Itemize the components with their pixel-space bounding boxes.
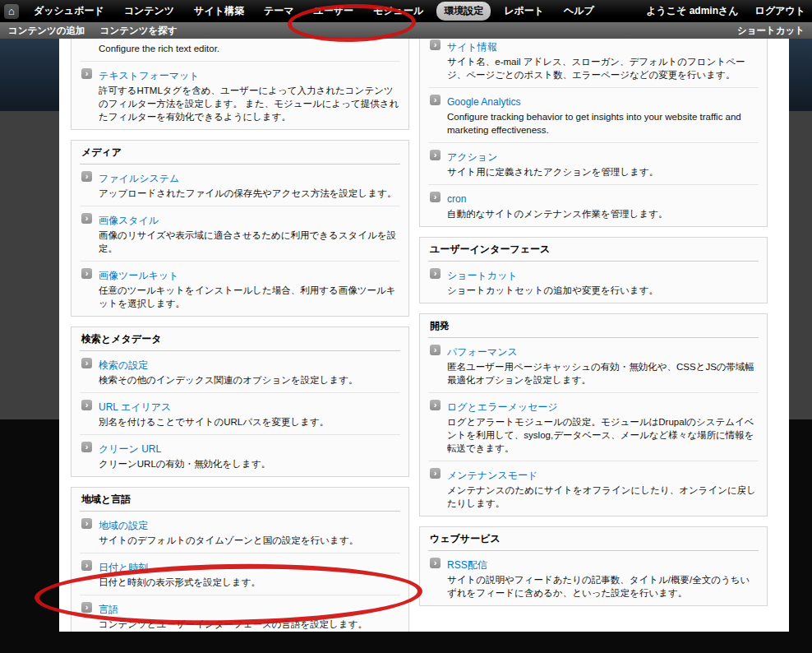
category-title: 地域と言語	[80, 488, 400, 512]
config-item: ›cron自動的なサイトのメンテナンス作業を管理します。	[428, 184, 759, 226]
config-item-description: 検索その他のインデックス関連のオプションを設定します。	[99, 373, 400, 387]
config-item: ›CKEditorConfigure the rich text editor.	[80, 39, 400, 61]
chevron-right-icon: ›	[430, 150, 441, 160]
config-item: ›ショートカットショートカットセットの追加や変更を行います。	[428, 262, 759, 303]
chevron-right-icon: ›	[81, 268, 92, 279]
config-item: ›画像スタイル画像のリサイズや表示域に適合させるために利用できるスタイルを設定。	[80, 206, 400, 261]
category-title: メディア	[80, 141, 400, 164]
config-item: ›パフォーマンス匿名ユーザー用ページキャッシュの有効・無効化や、CSSとJSの帯…	[428, 338, 759, 392]
chevron-right-icon: ›	[430, 95, 441, 105]
config-link-CKEditor[interactable]: CKEditor	[99, 39, 138, 39]
shortcut-edit-link[interactable]: ショートカット	[737, 25, 812, 37]
config-item: ›RSS配信サイトの説明やフィードあたりの記事数、タイトル/概要/全文のうちいず…	[428, 551, 759, 605]
config-item-description: サイト用に定義されたアクションを管理します。	[447, 165, 759, 178]
config-item-description: 別名を付けることでサイトのURLパスを変更します。	[99, 415, 400, 428]
config-item: ›テキストフォーマット許可するHTMLタグを含め、ユーザーによって入力されたコン…	[80, 61, 400, 129]
chevron-right-icon: ›	[430, 558, 441, 568]
config-category-開発: 開発›パフォーマンス匿名ユーザー用ページキャッシュの有効・無効化や、CSSとJS…	[419, 313, 768, 516]
chevron-right-icon: ›	[81, 213, 92, 224]
toolbar-item-label: モジュール	[373, 4, 423, 18]
chevron-right-icon: ›	[81, 358, 92, 368]
config-item-description: ログとアラートモジュールの設定。モジュールはDrupalのシステムイベントを利用…	[447, 415, 759, 455]
toolbar-item-モジュール[interactable]: モジュール	[363, 0, 433, 22]
config-category-ウェブサービス: ウェブサービス›RSS配信サイトの説明やフィードあたりの記事数、タイトル/概要/…	[419, 526, 768, 606]
config-left-column: ›CKEditorConfigure the rich text editor.…	[71, 39, 409, 632]
toolbar-item-label: ヘルプ	[564, 4, 594, 18]
config-link-ログとエラーメッセージ[interactable]: ログとエラーメッセージ	[447, 401, 558, 413]
config-link-地域の設定[interactable]: 地域の設定	[99, 520, 148, 531]
config-item: ›地域の設定サイトのデフォルトのタイムゾーンと国の設定を行います。	[80, 512, 400, 553]
config-item: ›日付と時刻日付と時刻の表示形式を設定します。	[80, 553, 400, 595]
config-link-サイト情報[interactable]: サイト情報	[447, 41, 497, 53]
config-item: ›メンテナンスモードメンテナンスのためにサイトをオフラインにしたり、オンラインに…	[428, 461, 759, 516]
config-link-テキストフォーマット[interactable]: テキストフォーマット	[99, 70, 200, 81]
chevron-right-icon: ›	[430, 268, 441, 279]
config-item-description: サイト名、e-mail アドレス、スローガン、デフォルトのフロントページ、ページ…	[447, 55, 759, 81]
toolbar-item-label: ダッシュボード	[34, 4, 104, 18]
toolbar-item-label: サイト構築	[194, 4, 244, 18]
shortcut-bar: コンテンツの追加 コンテンツを探す ショートカット	[0, 22, 812, 39]
chevron-right-icon: ›	[430, 400, 441, 410]
config-item-description: サイトの説明やフィードあたりの記事数、タイトル/概要/全文のうちいずれをフィード…	[447, 573, 759, 600]
welcome-text: ようこそ adminさん	[646, 4, 738, 18]
config-link-アクション[interactable]: アクション	[447, 151, 497, 163]
config-item-description: メンテナンスのためにサイトをオフラインにしたり、オンラインに戻したりします。	[447, 484, 759, 510]
chevron-right-icon: ›	[430, 192, 441, 202]
category-title: 検索とメタデータ	[80, 327, 400, 351]
shortcut-add-content[interactable]: コンテンツの追加	[8, 25, 85, 37]
config-item: ›サイト情報サイト名、e-mail アドレス、スローガン、デフォルトのフロントペ…	[428, 39, 759, 87]
chevron-right-icon: ›	[81, 560, 92, 571]
config-category-ユーザーインターフェース: ユーザーインターフェース›ショートカットショートカットセットの追加や変更を行いま…	[419, 237, 768, 303]
config-link-ファイルシステム[interactable]: ファイルシステム	[99, 173, 179, 184]
config-item-description: ショートカットセットの追加や変更を行います。	[447, 284, 759, 297]
chevron-right-icon: ›	[430, 345, 441, 355]
config-link-ショートカット[interactable]: ショートカット	[447, 270, 518, 281]
shortcut-find-content[interactable]: コンテンツを探す	[100, 25, 178, 37]
chevron-right-icon: ›	[81, 442, 92, 452]
toolbar-item-label: 環境設定	[436, 2, 491, 21]
config-link-クリーン URL[interactable]: クリーン URL	[99, 443, 161, 455]
config-item: ›ログとエラーメッセージログとアラートモジュールの設定。モジュールはDrupal…	[428, 392, 759, 461]
config-item: ›URL エイリアス別名を付けることでサイトのURLパスを変更します。	[80, 392, 400, 434]
config-item-description: 許可するHTMLタグを含め、ユーザーによって入力されたコンテンツのフィルター方法…	[99, 84, 400, 123]
config-link-パフォーマンス[interactable]: パフォーマンス	[447, 346, 518, 358]
config-link-画像スタイル[interactable]: 画像スタイル	[99, 215, 159, 226]
category-title: ユーザーインターフェース	[428, 238, 759, 262]
logout-link[interactable]: ログアウト	[755, 4, 805, 18]
config-overlay: ›CKEditorConfigure the rich text editor.…	[59, 39, 789, 632]
toolbar-item-ダッシュボード[interactable]: ダッシュボード	[24, 0, 114, 22]
config-right-column: ›サイト情報サイト名、e-mail アドレス、スローガン、デフォルトのフロントペ…	[419, 39, 768, 616]
toolbar-item-ユーザー[interactable]: ユーザー	[304, 0, 364, 22]
config-item: ›ファイルシステムアップロードされたファイルの保存先やアクセス方法を設定します。	[80, 164, 400, 206]
toolbar-item-コンテンツ[interactable]: コンテンツ	[114, 0, 184, 22]
config-link-Google Analytics[interactable]: Google Analytics	[447, 96, 520, 108]
config-category: ›サイト情報サイト名、e-mail アドレス、スローガン、デフォルトのフロントペ…	[419, 39, 768, 227]
config-item-description: 自動的なサイトのメンテナンス作業を管理します。	[447, 207, 759, 220]
config-item-description: クリーンURLの有効・無効化をします。	[99, 457, 400, 470]
config-item-description: 任意のツールキットをインストールした場合、利用する画像ツールキットを選択します。	[99, 284, 400, 310]
chevron-right-icon: ›	[430, 468, 441, 479]
config-category: ›CKEditorConfigure the rich text editor.…	[71, 39, 409, 130]
config-item-description: 匿名ユーザー用ページキャッシュの有効・無効化や、CSSとJSの帯域幅最適化オプシ…	[447, 360, 759, 387]
config-link-言語[interactable]: 言語	[99, 604, 118, 615]
config-category-メディア: メディア›ファイルシステムアップロードされたファイルの保存先やアクセス方法を設定…	[71, 140, 409, 317]
home-icon[interactable]: ⌂	[4, 4, 19, 19]
config-category-地域と言語: 地域と言語›地域の設定サイトのデフォルトのタイムゾーンと国の設定を行います。›日…	[71, 487, 409, 632]
admin-toolbar: ⌂ ダッシュボードコンテンツサイト構築テーマユーザーモジュール環境設定レポートヘ…	[0, 0, 812, 22]
toolbar-item-環境設定[interactable]: 環境設定	[433, 0, 494, 22]
toolbar-item-サイト構築[interactable]: サイト構築	[184, 0, 254, 22]
config-category-検索とメタデータ: 検索とメタデータ›検索の設定検索その他のインデックス関連のオプションを設定します…	[71, 326, 409, 477]
config-link-URL エイリアス[interactable]: URL エイリアス	[99, 401, 171, 413]
config-link-画像ツールキット[interactable]: 画像ツールキット	[99, 270, 178, 281]
config-link-検索の設定[interactable]: 検索の設定	[99, 359, 148, 371]
config-link-RSS配信[interactable]: RSS配信	[447, 559, 487, 571]
config-item: ›言語コンテンツとユーザーインターフェースの言語を設定します。	[80, 595, 400, 632]
config-link-メンテナンスモード[interactable]: メンテナンスモード	[447, 470, 537, 481]
toolbar-item-レポート[interactable]: レポート	[494, 0, 554, 22]
chevron-right-icon: ›	[430, 39, 441, 50]
toolbar-item-テーマ[interactable]: テーマ	[254, 0, 304, 22]
config-link-cron[interactable]: cron	[447, 193, 466, 205]
category-title: ウェブサービス	[428, 527, 759, 551]
toolbar-item-ヘルプ[interactable]: ヘルプ	[554, 0, 604, 22]
config-link-日付と時刻[interactable]: 日付と時刻	[99, 562, 148, 573]
